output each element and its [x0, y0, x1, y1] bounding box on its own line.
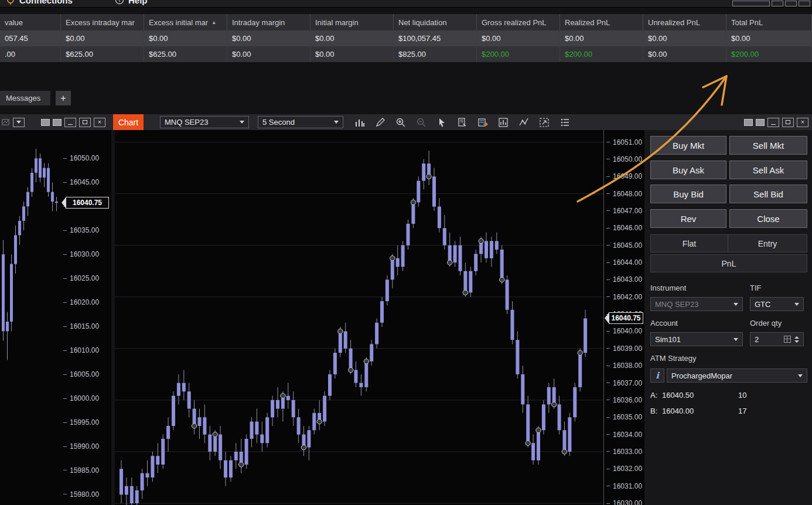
accounts-table-row-0[interactable]: 057.45$0.00$0.00$0.00$0.00$100,057.45$0.…	[0, 30, 812, 46]
minimize-button[interactable]	[767, 118, 779, 127]
price-axis-label: 16015.00	[63, 322, 99, 331]
chart-style-bars-icon[interactable]	[354, 117, 366, 128]
titlebar-button-2[interactable]	[785, 1, 797, 6]
dock-right-button[interactable]	[756, 119, 765, 126]
tab-chart[interactable]: Chart	[113, 114, 144, 130]
instrument-select[interactable]: MNQ SEP23	[160, 116, 249, 128]
region-snapshot-icon[interactable]	[538, 117, 550, 128]
main-chart-panel[interactable]	[115, 130, 603, 505]
sell-ask-button[interactable]: Sell Ask	[729, 161, 807, 179]
close-button[interactable]: ×	[797, 118, 808, 127]
cell: $0.00	[643, 46, 726, 62]
buy-ask-button[interactable]: Buy Ask	[650, 161, 726, 179]
buy-ask-label: Buy Ask	[673, 165, 704, 175]
data-box-icon[interactable]	[456, 117, 468, 128]
column-header-4[interactable]: Initial margin	[311, 14, 394, 30]
atm-info-button[interactable]: i	[650, 368, 664, 383]
sell-mkt-button[interactable]: Sell Mkt	[729, 136, 807, 155]
maximize-icon	[786, 120, 790, 124]
titlebar-button-3[interactable]	[799, 1, 810, 6]
spinner-down-icon[interactable]	[794, 340, 799, 343]
close-icon: ×	[801, 119, 804, 125]
price-axis-label: 16040.00	[606, 326, 642, 336]
menu-connections[interactable]: Connections	[6, 0, 73, 8]
titlebar-wide-button[interactable]	[732, 1, 770, 6]
cell: $0.00	[227, 46, 311, 62]
column-header-2[interactable]: Excess initial mar▲	[144, 14, 227, 30]
main-price-axis[interactable]: 16051.0016050.0016049.0016048.0016047.00…	[603, 130, 644, 505]
drawing-tools-icon[interactable]	[374, 117, 386, 128]
price-axis-label: 16047.00	[606, 206, 642, 216]
column-header-1[interactable]: Excess intraday mar	[61, 14, 144, 30]
dock-right-button[interactable]	[53, 119, 62, 126]
column-header-9[interactable]: Total PnL	[726, 14, 812, 30]
column-header-0[interactable]: value	[0, 14, 61, 30]
price-axis-label: 16025.00	[63, 274, 99, 283]
column-header-3[interactable]: Intraday margin	[227, 14, 311, 30]
line-study-icon[interactable]	[518, 117, 530, 128]
atm-strategy-value: ProchargedMopar	[671, 371, 732, 380]
buy-mkt-button[interactable]: Buy Mkt	[650, 136, 726, 155]
qty-spinner[interactable]	[794, 336, 799, 343]
price-axis-label: 16038.00	[606, 361, 642, 370]
menu-help[interactable]: ? Help	[115, 0, 148, 8]
flat-label: Flat	[683, 239, 696, 248]
column-header-6[interactable]: Gross realized PnL	[477, 14, 560, 30]
execution-marker-icon	[338, 329, 343, 333]
properties-list-icon[interactable]	[559, 117, 571, 128]
tab-messages[interactable]: Messages	[0, 91, 50, 105]
chart-trader-icon[interactable]	[477, 117, 489, 128]
maximize-icon	[83, 120, 87, 124]
maximize-button[interactable]	[782, 118, 794, 127]
buy-bid-label: Buy Bid	[673, 189, 704, 199]
execution-marker-icon	[500, 277, 504, 282]
accounts-table-row-1[interactable]: .00$625.00$625.00$0.00$0.00$825.00$200.0…	[0, 46, 812, 62]
sell-bid-button[interactable]: Sell Bid	[729, 185, 807, 203]
mini-chart-panel[interactable]: 16050.0016045.0016040.0016035.0016030.00…	[0, 130, 111, 505]
price-axis-label: 16051.00	[606, 138, 642, 147]
buy-bid-button[interactable]: Buy Bid	[650, 185, 726, 203]
interval-select[interactable]: 5 Second	[258, 116, 343, 128]
close-position-button[interactable]: Close	[729, 209, 807, 228]
cursor-icon[interactable]	[436, 117, 448, 128]
zoom-out-icon[interactable]	[415, 117, 427, 128]
spinner-up-icon[interactable]	[794, 336, 799, 339]
rev-button[interactable]: Rev	[650, 209, 726, 228]
column-header-8[interactable]: Unrealized PnL	[643, 14, 726, 30]
dock-left-button[interactable]	[41, 119, 50, 126]
main-chart-canvas[interactable]	[115, 130, 603, 505]
add-tab-button[interactable]: +	[56, 91, 71, 105]
close-button[interactable]: ×	[94, 118, 105, 127]
column-header-5[interactable]: Net liquidation	[394, 14, 477, 30]
cell: $200.00	[477, 46, 560, 62]
minimize-button[interactable]	[64, 118, 76, 127]
price-axis-label: 16044.00	[606, 258, 642, 267]
tif-select[interactable]: GTC	[750, 297, 804, 311]
column-header-7[interactable]: Realized PnL	[560, 14, 643, 30]
calculator-icon[interactable]	[784, 336, 791, 343]
window-menu-dropdown[interactable]	[13, 118, 25, 127]
execution-marker-icon	[364, 359, 369, 364]
indicator-panel-icon[interactable]	[497, 117, 509, 128]
sell-ask-label: Sell Ask	[753, 165, 784, 175]
account-select[interactable]: Sim101	[650, 332, 743, 346]
dock-left-button[interactable]	[744, 119, 753, 126]
order-qty-stepper[interactable]: 2	[750, 332, 804, 346]
menu-help-label: Help	[128, 0, 148, 5]
atm-strategy-select[interactable]: ProchargedMopar	[667, 368, 807, 383]
cell: $0.00	[144, 30, 227, 46]
titlebar-button-1[interactable]	[772, 1, 783, 6]
interval-select-value: 5 Second	[262, 118, 295, 127]
level-b-price: 16040.00	[662, 407, 694, 415]
execution-marker-icon	[427, 174, 431, 179]
entry-indicator: Entry	[728, 234, 807, 252]
minimize-icon	[68, 124, 73, 125]
instrument-select-value: MNQ SEP23	[165, 118, 208, 127]
maximize-button[interactable]	[79, 118, 91, 127]
tab-messages-label: Messages	[6, 94, 40, 103]
zoom-in-icon[interactable]	[395, 117, 407, 128]
order-qty-value: 2	[755, 335, 759, 344]
mini-price-axis-labels[interactable]: 16050.0016045.0016040.0016035.0016030.00…	[61, 130, 111, 505]
execution-marker-icon	[552, 402, 557, 407]
instrument-field-select[interactable]: MNQ SEP23	[650, 297, 743, 311]
